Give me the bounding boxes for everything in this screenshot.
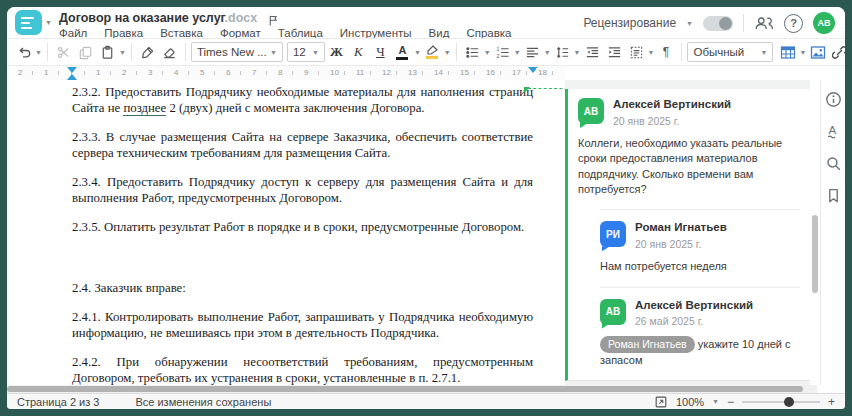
highlight-caret-icon[interactable]: ▼ xyxy=(444,49,451,56)
font-family-select[interactable]: Times New ...▼ xyxy=(191,42,283,62)
mention-badge[interactable]: Роман Игнатьев xyxy=(600,336,695,353)
app-logo-icon[interactable] xyxy=(15,10,42,35)
review-caret-icon[interactable]: ▼ xyxy=(686,20,693,27)
comment-date: 20 янв 2025 г. xyxy=(635,238,727,250)
zoom-slider-knob[interactable] xyxy=(784,397,794,407)
paragraph-style-select[interactable]: Обычный▼ xyxy=(687,42,773,62)
paragraph: 2.4.2. При обнаружении несоответствий тр… xyxy=(72,354,533,385)
bullet-list-icon xyxy=(465,45,480,60)
zoom-out-button[interactable]: − xyxy=(727,395,734,409)
table-icon xyxy=(780,45,796,60)
comment-avatar: РИ xyxy=(600,221,626,247)
decrease-indent-button[interactable] xyxy=(582,41,603,63)
paragraph: 2.3.4. Предоставить Подрядчику доступ к … xyxy=(72,174,533,206)
user-avatar[interactable]: АВ xyxy=(813,12,835,34)
info-icon xyxy=(825,91,842,108)
search-icon xyxy=(825,155,842,172)
document-info-button[interactable] xyxy=(822,88,844,110)
copy-button[interactable] xyxy=(75,41,96,63)
document-page[interactable]: 2.3.2. Предоставить Подрядчику необходим… xyxy=(20,80,565,385)
undo-caret-icon[interactable]: ▼ xyxy=(35,49,42,56)
document-title: Договор на оказание услуг.docx xyxy=(59,11,257,25)
font-color-caret-icon[interactable]: ▼ xyxy=(414,49,421,56)
comment-avatar: АВ xyxy=(578,98,604,124)
align-caret-icon[interactable]: ▼ xyxy=(544,49,551,56)
zoom-in-button[interactable]: + xyxy=(828,395,835,409)
paragraph-settings-caret-icon[interactable]: ▼ xyxy=(648,49,655,56)
clear-style-button[interactable] xyxy=(159,41,180,63)
brush-icon xyxy=(140,45,155,60)
divider xyxy=(743,14,744,32)
zoom-slider[interactable] xyxy=(742,401,820,403)
paste-caret-icon[interactable]: ▼ xyxy=(119,49,126,56)
font-color-button[interactable]: А xyxy=(392,41,413,63)
flag-icon[interactable] xyxy=(267,14,280,27)
underline-button[interactable]: Ч xyxy=(370,41,391,63)
review-toggle[interactable] xyxy=(703,16,733,31)
commented-text[interactable]: позднее xyxy=(123,101,166,116)
search-button[interactable] xyxy=(822,152,844,174)
paste-button[interactable] xyxy=(97,41,118,63)
increase-indent-button[interactable] xyxy=(604,41,625,63)
vertical-scrollbar[interactable] xyxy=(810,80,820,385)
fit-width-button[interactable] xyxy=(654,395,668,409)
italic-button[interactable]: К xyxy=(348,41,369,63)
numbered-list-caret-icon[interactable]: ▼ xyxy=(514,49,521,56)
spellcheck-button[interactable]: А xyxy=(822,120,844,142)
zoom-caret-icon[interactable]: ▼ xyxy=(712,398,719,405)
horizontal-scrollbar[interactable] xyxy=(7,385,817,393)
first-line-indent-marker[interactable] xyxy=(67,67,77,73)
bold-button[interactable]: Ж xyxy=(326,41,347,63)
paragraph-borders-icon xyxy=(629,45,644,60)
undo-button[interactable] xyxy=(13,41,34,63)
logo-menu-caret-icon[interactable]: ▼ xyxy=(45,19,52,26)
bullet-list-button[interactable] xyxy=(462,41,483,63)
statusbar: Страница 2 из 3 Все изменения сохранены … xyxy=(7,393,845,409)
font-size-select[interactable]: 12▼ xyxy=(287,42,325,62)
svg-text:А: А xyxy=(828,123,836,136)
comment-reply[interactable]: АВ Алексей Вертинский 26 май 2025 г. Ром… xyxy=(600,287,800,369)
insert-image-button[interactable] xyxy=(807,41,828,63)
bookmarks-button[interactable] xyxy=(822,184,844,206)
comment-reply[interactable]: РИ Роман Игнатьев 20 янв 2025 г. Нам пот… xyxy=(600,209,800,274)
font-color-icon: А xyxy=(396,45,408,60)
scrollbar-thumb[interactable] xyxy=(812,215,818,293)
horizontal-ruler[interactable]: 12123456789101112131415161718 xyxy=(20,66,565,80)
bookmark-icon xyxy=(825,187,842,204)
align-button[interactable] xyxy=(522,41,543,63)
zoom-value[interactable]: 100% xyxy=(676,396,704,408)
fit-width-icon xyxy=(654,395,668,409)
numbered-list-button[interactable]: 12 xyxy=(492,41,513,63)
show-marks-button[interactable]: ¶ xyxy=(655,41,676,63)
bullet-list-caret-icon[interactable]: ▼ xyxy=(484,49,491,56)
insert-table-button[interactable] xyxy=(777,41,798,63)
scrollbar-thumb[interactable] xyxy=(7,386,803,392)
comment-thread[interactable]: АВ Алексей Вертинский 20 янв 2025 г. Кол… xyxy=(565,89,810,381)
font-family-caret-icon: ▼ xyxy=(270,49,277,56)
toolbar: ▼ ▼ Times New ...▼ 12▼ Ж К Ч А ▼ xyxy=(7,38,845,66)
paragraph-settings-button[interactable] xyxy=(626,41,647,63)
comment-author: Роман Игнатьев xyxy=(635,221,727,235)
insert-link-button[interactable] xyxy=(829,41,845,63)
review-mode-button[interactable]: Рецензирование xyxy=(583,16,676,30)
collaboration-users-button[interactable] xyxy=(754,14,774,32)
link-icon xyxy=(832,45,845,60)
increase-indent-icon xyxy=(607,45,622,60)
comment-date: 26 май 2025 г. xyxy=(635,315,753,327)
line-spacing-caret-icon[interactable]: ▼ xyxy=(574,49,581,56)
paragraph: 2.4. Заказчик вправе: xyxy=(72,280,533,296)
paragraph: 2.3.5. Оплатить результат Работ в порядк… xyxy=(72,219,533,235)
cut-button[interactable] xyxy=(53,41,74,63)
highlight-button[interactable] xyxy=(422,41,443,63)
format-painter-button[interactable] xyxy=(137,41,158,63)
right-sidebar: А xyxy=(820,80,845,385)
help-button[interactable]: ? xyxy=(784,14,803,33)
scissors-icon xyxy=(56,45,71,60)
copy-icon xyxy=(78,45,93,60)
font-size-value: 12 xyxy=(293,46,306,58)
line-spacing-icon xyxy=(555,45,570,60)
undo-icon xyxy=(16,44,32,60)
insert-table-caret-icon[interactable]: ▼ xyxy=(799,49,806,56)
page-indicator[interactable]: Страница 2 из 3 xyxy=(17,396,99,408)
line-spacing-button[interactable] xyxy=(552,41,573,63)
